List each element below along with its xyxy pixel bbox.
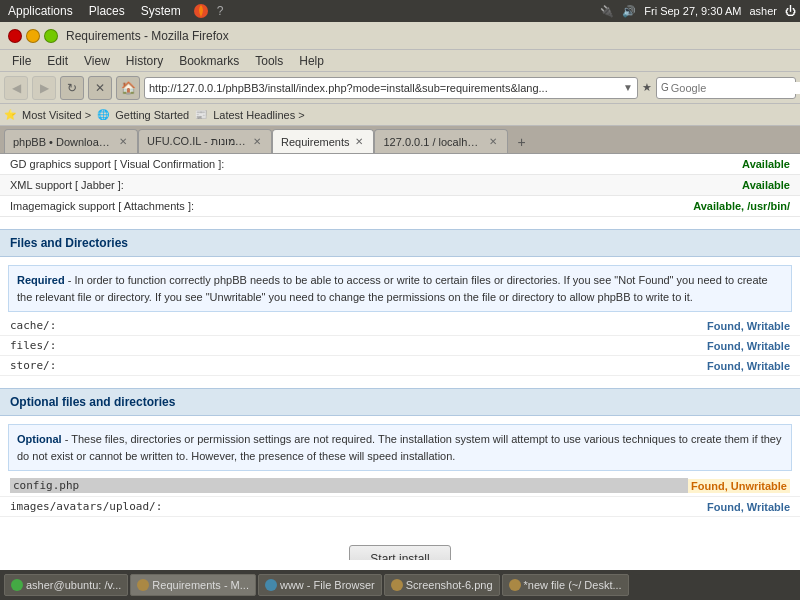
menu-tools[interactable]: Tools xyxy=(247,52,291,70)
tab-localhost-close[interactable]: ✕ xyxy=(487,136,499,147)
taskbar-item-screenshot[interactable]: Screenshot-6.png xyxy=(384,574,500,596)
req-imagick-status: Available, /usr/bin/ xyxy=(693,200,790,212)
reload-button[interactable]: ↻ xyxy=(60,76,84,100)
taskbar-item-terminal[interactable]: asher@ubuntu: /v... xyxy=(4,574,128,596)
stop-button[interactable]: ✕ xyxy=(88,76,112,100)
help-icon[interactable]: ? xyxy=(217,4,224,18)
latest-headlines-bookmark[interactable]: Latest Headlines > xyxy=(209,107,308,123)
menu-history[interactable]: History xyxy=(118,52,171,70)
files-dirs-header: Files and Directories xyxy=(0,229,800,257)
taskbar-item-newfile-label: *new file (~/ Deskt... xyxy=(524,579,622,591)
forward-button[interactable]: ▶ xyxy=(32,76,56,100)
dir-files-status: Found, Writable xyxy=(707,340,790,352)
taskbar-item-screenshot-label: Screenshot-6.png xyxy=(406,579,493,591)
start-install-button[interactable]: Start install xyxy=(349,545,450,560)
power-icon[interactable]: ⏻ xyxy=(785,5,796,17)
new-tab-button[interactable]: + xyxy=(510,131,532,153)
tab-ufu-close[interactable]: ✕ xyxy=(251,136,263,147)
req-xml-status: Available xyxy=(742,179,790,191)
phpbb-requirements: GD graphics support [ Visual Confirmatio… xyxy=(0,154,800,560)
scroll-area[interactable]: GD graphics support [ Visual Confirmatio… xyxy=(0,154,800,560)
applications-menu[interactable]: Applications xyxy=(4,2,77,20)
spacer xyxy=(0,217,800,229)
taskbar-item-firefox-label: Requirements - M... xyxy=(152,579,249,591)
taskbar-dot-filebrowser xyxy=(265,579,277,591)
taskbar: asher@ubuntu: /v... Requirements - M... … xyxy=(0,570,800,600)
optional-info-text: - These files, directories or permission… xyxy=(17,433,781,462)
taskbar-item-newfile[interactable]: *new file (~/ Deskt... xyxy=(502,574,629,596)
tab-requirements-label: Requirements xyxy=(281,136,349,148)
dir-avatars-label: images/avatars/upload/: xyxy=(10,500,707,513)
menu-file[interactable]: File xyxy=(4,52,39,70)
window-title: Requirements - Mozilla Firefox xyxy=(66,29,229,43)
maximize-button[interactable] xyxy=(44,29,58,43)
optional-label: Optional xyxy=(17,433,62,445)
browser-content: GD graphics support [ Visual Confirmatio… xyxy=(0,154,800,578)
nav-bar: ◀ ▶ ↻ ✕ 🏠 ▼ ★ G 🔍 xyxy=(0,72,800,104)
dir-store-status: Found, Writable xyxy=(707,360,790,372)
ssl-icon: ▼ xyxy=(623,82,633,93)
getting-started-icon: 🌐 xyxy=(97,109,109,120)
address-bar[interactable]: ▼ xyxy=(144,77,638,99)
tab-ufu-label: UFU.CO.IL - העלאת תמונות ... xyxy=(147,135,247,148)
datetime: Fri Sep 27, 9:30 AM xyxy=(644,5,741,17)
username: asher xyxy=(749,5,777,17)
menu-view[interactable]: View xyxy=(76,52,118,70)
window-controls xyxy=(8,29,58,43)
dir-row-cache: cache/: Found, Writable xyxy=(0,316,800,336)
google-icon: G xyxy=(661,82,669,93)
tab-localhost[interactable]: 127.0.0.1 / localhost | php... ✕ xyxy=(374,129,508,153)
home-button[interactable]: 🏠 xyxy=(116,76,140,100)
dir-cache-label: cache/: xyxy=(10,319,707,332)
dir-row-files: files/: Found, Writable xyxy=(0,336,800,356)
system-menu[interactable]: System xyxy=(137,2,185,20)
search-input[interactable] xyxy=(671,82,800,94)
taskbar-dot-screenshot xyxy=(391,579,403,591)
bookmark-star[interactable]: ★ xyxy=(642,81,652,94)
menu-help[interactable]: Help xyxy=(291,52,332,70)
menu-bar: File Edit View History Bookmarks Tools H… xyxy=(0,50,800,72)
tab-phpbb-close[interactable]: ✕ xyxy=(117,136,129,147)
req-gd-label: GD graphics support [ Visual Confirmatio… xyxy=(10,158,742,170)
address-input[interactable] xyxy=(149,82,623,94)
dir-cache-status: Found, Writable xyxy=(707,320,790,332)
req-row-xml: XML support [ Jabber ]: Available xyxy=(0,175,800,196)
most-visited-bookmark[interactable]: Most Visited > xyxy=(18,107,95,123)
taskbar-item-filebrowser-label: www - File Browser xyxy=(280,579,375,591)
taskbar-item-terminal-label: asher@ubuntu: /v... xyxy=(26,579,121,591)
back-button[interactable]: ◀ xyxy=(4,76,28,100)
files-dirs-info: Required - In order to function correctl… xyxy=(8,265,792,312)
req-row-imagick: Imagemagick support [ Attachments ]: Ava… xyxy=(0,196,800,217)
minimize-button[interactable] xyxy=(26,29,40,43)
start-install-section: Start install xyxy=(0,533,800,560)
most-visited-icon: ⭐ xyxy=(4,109,16,120)
getting-started-bookmark[interactable]: Getting Started xyxy=(111,107,193,123)
latest-headlines-icon: 📰 xyxy=(195,109,207,120)
tabs-bar: phpBB • Download phpBB3 ✕ UFU.CO.IL - הע… xyxy=(0,126,800,154)
tab-ufu[interactable]: UFU.CO.IL - העלאת תמונות ... ✕ xyxy=(138,129,272,153)
menu-edit[interactable]: Edit xyxy=(39,52,76,70)
spacer2 xyxy=(0,376,800,388)
search-bar[interactable]: G 🔍 xyxy=(656,77,796,99)
taskbar-item-firefox[interactable]: Requirements - M... xyxy=(130,574,256,596)
volume-icon: 🔊 xyxy=(622,5,636,18)
files-dirs-info-text: - In order to function correctly phpBB n… xyxy=(17,274,768,303)
taskbar-item-filebrowser[interactable]: www - File Browser xyxy=(258,574,382,596)
bookmarks-bar: ⭐ Most Visited > 🌐 Getting Started 📰 Lat… xyxy=(0,104,800,126)
tab-phpbb[interactable]: phpBB • Download phpBB3 ✕ xyxy=(4,129,138,153)
system-bar-right: 🔌 🔊 Fri Sep 27, 9:30 AM asher ⏻ xyxy=(600,5,796,18)
tab-localhost-label: 127.0.0.1 / localhost | php... xyxy=(383,136,483,148)
dir-store-label: store/: xyxy=(10,359,707,372)
tab-phpbb-label: phpBB • Download phpBB3 xyxy=(13,136,113,148)
menu-bookmarks[interactable]: Bookmarks xyxy=(171,52,247,70)
tab-requirements[interactable]: Requirements ✕ xyxy=(272,129,374,153)
system-bar: Applications Places System ? 🔌 🔊 Fri Sep… xyxy=(0,0,800,22)
dir-avatars-status: Found, Writable xyxy=(707,501,790,513)
tab-requirements-close[interactable]: ✕ xyxy=(353,136,365,147)
spacer3 xyxy=(0,517,800,533)
close-button[interactable] xyxy=(8,29,22,43)
req-gd-status: Available xyxy=(742,158,790,170)
places-menu[interactable]: Places xyxy=(85,2,129,20)
dir-config-label: config.php xyxy=(10,478,688,493)
dir-config-status: Found, Unwritable xyxy=(688,479,790,493)
